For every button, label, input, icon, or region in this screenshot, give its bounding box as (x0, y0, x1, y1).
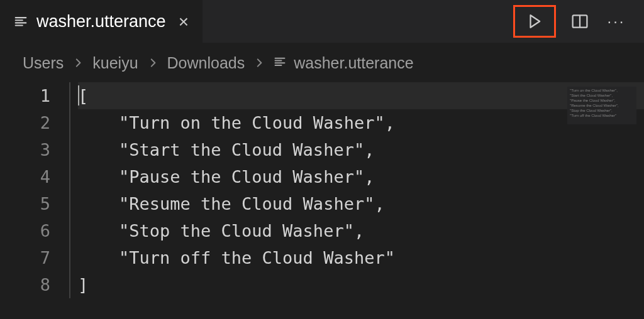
close-icon[interactable]: × (179, 13, 189, 31)
code-content[interactable]: [ "Turn on the Cloud Washer", "Start the… (69, 82, 644, 298)
line-number: 2 (0, 109, 50, 136)
breadcrumb-segment[interactable]: Downloads (167, 54, 245, 72)
breadcrumb-segment[interactable]: Users (23, 54, 64, 72)
code-line: "Resume the Cloud Washer", (78, 190, 644, 217)
lines-icon (14, 15, 28, 29)
minimap[interactable]: "Turn on the Cloud Washer", "Start the C… (567, 87, 636, 124)
breadcrumb-filename: washer.utterance (294, 54, 413, 72)
code-line: "Start the Cloud Washer", (78, 136, 644, 163)
line-number: 6 (0, 217, 50, 244)
split-editor-button[interactable] (567, 9, 592, 34)
breadcrumb-file[interactable]: washer.utterance (274, 54, 413, 72)
tab-bar: washer.utterance × ··· (0, 0, 644, 43)
run-button[interactable] (513, 5, 556, 38)
code-line: "Stop the Cloud Washer", (78, 217, 644, 244)
chevron-right-icon (72, 54, 84, 72)
line-number: 8 (0, 271, 50, 298)
editor: 1 2 3 4 5 6 7 8 [ "Turn on the Cloud Was… (0, 78, 644, 298)
breadcrumb-segment[interactable]: kueiyu (92, 54, 138, 72)
tab-title: washer.utterance (36, 12, 166, 31)
file-tab[interactable]: washer.utterance × (0, 0, 203, 43)
line-number: 1 (0, 82, 50, 109)
code-line: "Turn off the Cloud Washer" (78, 244, 644, 271)
code-line: [ (78, 82, 644, 109)
line-number: 7 (0, 244, 50, 271)
line-number-gutter: 1 2 3 4 5 6 7 8 (0, 82, 69, 298)
code-line: "Pause the Cloud Washer", (78, 163, 644, 190)
lines-icon (274, 54, 286, 72)
line-number: 5 (0, 190, 50, 217)
more-actions-button[interactable]: ··· (604, 9, 629, 34)
breadcrumb: Users kueiyu Downloads washer.utterance (0, 43, 644, 78)
chevron-right-icon (253, 54, 265, 72)
line-number: 3 (0, 136, 50, 163)
code-line: "Turn on the Cloud Washer", (78, 109, 644, 136)
ellipsis-icon: ··· (607, 13, 625, 30)
chevron-right-icon (147, 54, 158, 72)
text-cursor (78, 85, 79, 105)
line-number: 4 (0, 163, 50, 190)
code-line: ] (78, 271, 644, 298)
tab-actions: ··· (513, 5, 644, 38)
